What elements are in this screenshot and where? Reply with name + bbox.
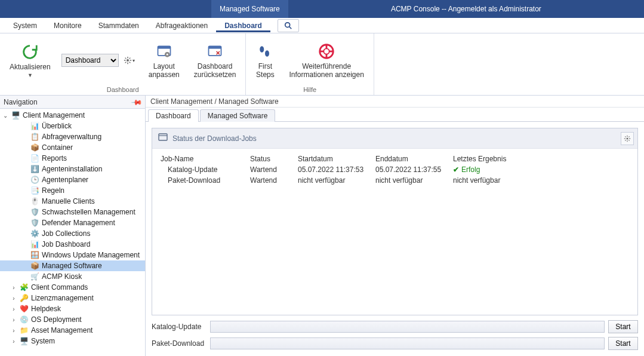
tree-item-icon: 📊 [30, 240, 39, 249]
table-header-row: Job-Name Status Startdatum Enddatum Letz… [157, 154, 633, 164]
tree-item-acmp-kiosk[interactable]: 🛒ACMP Kiosk [0, 271, 145, 282]
tree-root-client-management[interactable]: ⌄ 🖥️ Client Management [0, 110, 145, 121]
tree-root-label: Client Management [23, 111, 85, 119]
tree-item-überblick[interactable]: 📊Überblick [0, 121, 145, 131]
tree-item-label: OS Deployment [31, 315, 82, 324]
menu-system[interactable]: System [5, 19, 45, 32]
tree-item-label: Manuelle Clients [42, 197, 95, 205]
svg-line-1 [289, 26, 292, 29]
col-startdatum[interactable]: Startdatum [294, 154, 372, 164]
expand-icon[interactable]: › [11, 284, 17, 291]
svg-line-34 [625, 140, 626, 141]
navigation-tree[interactable]: ⌄ 🖥️ Client Management 📊Überblick📋Abfrag… [0, 109, 145, 356]
col-enddatum[interactable]: Enddatum [372, 154, 449, 164]
expand-icon[interactable]: › [11, 306, 17, 312]
refresh-label: Aktualisieren [10, 63, 51, 71]
svg-point-0 [285, 22, 290, 27]
cell-start: 05.07.2022 11:37:53 [294, 164, 372, 175]
tree-item-label: Client Commands [31, 283, 88, 291]
layout-adjust-label: Layout anpassen [149, 62, 180, 79]
expand-icon[interactable]: › [11, 338, 17, 345]
ribbon-group-dashboard: Aktualisieren ▼ Dashboard ▾ Layout anpas… [0, 33, 246, 95]
pin-icon[interactable]: 📌 [131, 96, 143, 108]
tree-item-icon: 🖥️ [19, 336, 29, 346]
gear-icon [124, 56, 132, 65]
menu-abfrageaktionen[interactable]: Abfrageaktionen [147, 19, 216, 32]
col-status[interactable]: Status [246, 154, 294, 164]
start-button[interactable]: Start [608, 337, 638, 350]
tab-managed-software[interactable]: Managed Software [200, 109, 276, 122]
tree-item-schwachstellen-management[interactable]: 🛡️Schwachstellen Management [0, 207, 145, 217]
titlebar: Managed Software ACMP Console -- Angemel… [0, 0, 644, 18]
tree-item-job-dashboard[interactable]: 📊Job Dashboard [0, 239, 145, 250]
progress-rows: Katalog-UpdateStartPaket-DownloadStart [152, 320, 638, 350]
progress-label: Paket-Download [152, 339, 207, 348]
tree-sibling-os-deployment[interactable]: ›💿OS Deployment [0, 314, 145, 325]
col-job-name[interactable]: Job-Name [157, 154, 246, 164]
tree-sibling-lizenzmanagement[interactable]: ›🔑Lizenzmanagement [0, 293, 145, 303]
tree-sibling-system[interactable]: ›🖥️System [0, 336, 145, 346]
table-row[interactable]: Paket-DownloadWartendnicht verfügbarnich… [157, 175, 633, 186]
footsteps-icon [255, 42, 275, 61]
tree-item-regeln[interactable]: 📑Regeln [0, 185, 145, 196]
cell-start: nicht verfügbar [294, 175, 372, 186]
more-info-label: Weiterführende Informationen anzeigen [289, 62, 363, 79]
tree-item-windows-update-management[interactable]: 🪟Windows Update Management [0, 250, 145, 260]
tree-item-label: Managed Software [42, 262, 102, 270]
first-steps-label: First Steps [256, 62, 275, 79]
svg-point-2 [127, 59, 129, 62]
dashboard-combo-wrap: Dashboard ▾ [61, 54, 138, 67]
main-area: Client Management / Managed Software Das… [146, 96, 644, 356]
tree-item-container[interactable]: 📦Container [0, 142, 145, 153]
refresh-button[interactable]: Aktualisieren ▼ [6, 41, 54, 79]
tree-item-label: Agenteninstallation [42, 165, 102, 173]
tree-sibling-helpdesk[interactable]: ›❤️Helpdesk [0, 303, 145, 314]
more-info-button[interactable]: Weiterführende Informationen anzeigen [285, 41, 367, 80]
dashboard-gear-dropdown[interactable]: ▾ [121, 54, 138, 67]
search-button[interactable] [278, 19, 299, 32]
titlebar-spacer [0, 0, 211, 18]
context-tab-managed-software[interactable]: Managed Software [211, 0, 288, 18]
expand-icon[interactable]: › [11, 327, 17, 334]
tree-sibling-client-commands[interactable]: ›🧩Client Commands [0, 282, 145, 293]
layout-adjust-button[interactable]: Layout anpassen [145, 41, 183, 80]
svg-point-17 [260, 46, 264, 53]
tab-dashboard[interactable]: Dashboard [148, 109, 199, 122]
cell-status: Wartend [246, 164, 294, 175]
dashboard-select[interactable]: Dashboard [61, 54, 119, 67]
cell-job-name: Paket-Download [157, 175, 246, 186]
tree-item-icon: 📦 [30, 261, 39, 271]
menu-dashboard[interactable]: Dashboard [216, 19, 270, 32]
tree-item-defender-management[interactable]: 🛡️Defender Management [0, 217, 145, 228]
panel-settings-button[interactable] [621, 132, 634, 145]
svg-line-35 [628, 136, 630, 137]
col-letztes-ergebnis[interactable]: Letztes Ergebnis [449, 154, 633, 164]
menu-stammdaten[interactable]: Stammdaten [90, 19, 147, 32]
tree-item-agenteninstallation[interactable]: ⬇️Agenteninstallation [0, 164, 145, 174]
status-panel-title: Status der Download-Jobs [172, 134, 257, 143]
dashboard-reset-button[interactable]: Dashboard zurücksetzen [190, 41, 240, 80]
tree-item-reports[interactable]: 📄Reports [0, 153, 145, 164]
tree-item-job-collections[interactable]: ⚙️Job Collections [0, 228, 145, 239]
expand-icon[interactable]: › [11, 317, 17, 323]
collapse-icon[interactable]: ⌄ [2, 112, 8, 119]
table-row[interactable]: Katalog-UpdateWartend05.07.2022 11:37:53… [157, 164, 633, 175]
first-steps-button[interactable]: First Steps [252, 41, 278, 80]
tree-item-icon: 📋 [30, 132, 39, 142]
cell-result: Erfolg [461, 165, 480, 174]
svg-line-32 [625, 136, 626, 137]
tree-item-label: ACMP Kiosk [42, 272, 82, 281]
svg-rect-16 [209, 46, 221, 48]
tree-sibling-asset-management[interactable]: ›📁Asset Management [0, 325, 145, 336]
tree-item-abfrageverwaltung[interactable]: 📋Abfrageverwaltung [0, 131, 145, 142]
progress-label: Katalog-Update [152, 323, 207, 331]
tree-item-manuelle-clients[interactable]: 🖱️Manuelle Clients [0, 196, 145, 207]
jobs-table: Job-Name Status Startdatum Enddatum Letz… [157, 154, 633, 186]
start-button[interactable]: Start [608, 320, 638, 333]
menu-monitore[interactable]: Monitore [45, 19, 90, 32]
expand-icon[interactable]: › [11, 295, 17, 302]
svg-rect-12 [158, 46, 170, 48]
tree-item-agentenplaner[interactable]: 🕒Agentenplaner [0, 174, 145, 185]
tree-item-managed-software[interactable]: 📦Managed Software [0, 260, 145, 271]
reset-icon [205, 42, 224, 61]
